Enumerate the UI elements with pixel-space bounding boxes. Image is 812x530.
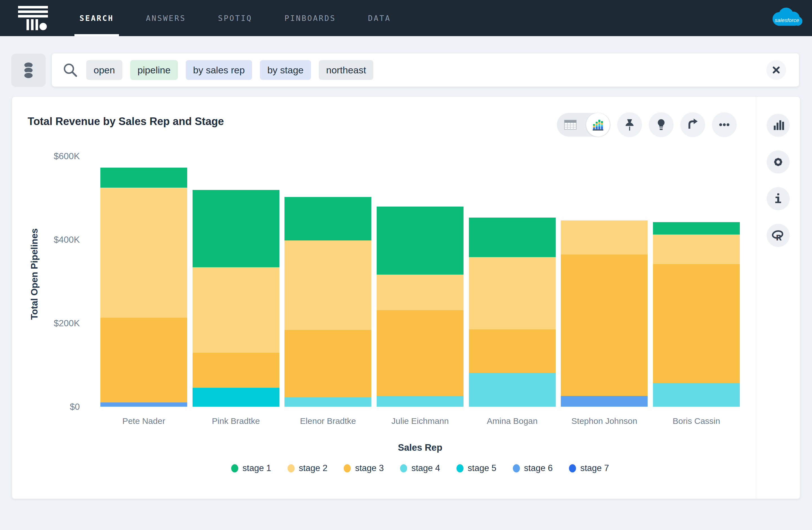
y-tick-label: $0 bbox=[12, 402, 80, 412]
r-analysis-button[interactable]: R bbox=[767, 224, 790, 247]
search-tokens: open pipeline by sales rep by stage nort… bbox=[86, 60, 373, 80]
legend-dot bbox=[513, 464, 520, 472]
stacked-chart-icon bbox=[590, 117, 606, 132]
thoughtspot-logo-icon bbox=[18, 6, 48, 30]
lightbulb-icon bbox=[654, 117, 668, 132]
search-token-by-stage[interactable]: by stage bbox=[260, 60, 311, 80]
gear-icon bbox=[771, 155, 785, 169]
bar-segment-stage-3-1[interactable] bbox=[100, 318, 187, 402]
thoughtspot-logo[interactable] bbox=[18, 6, 48, 30]
search-token-pipeline[interactable]: pipeline bbox=[130, 60, 178, 80]
x-category-label: Pete Nader bbox=[122, 416, 165, 426]
legend-label: stage 1 bbox=[243, 463, 271, 473]
table-icon bbox=[563, 117, 578, 132]
chart-type-button[interactable] bbox=[767, 114, 790, 137]
bar-segment-stage-4-3[interactable] bbox=[285, 398, 371, 407]
table-view-button[interactable] bbox=[557, 113, 584, 137]
legend-dot bbox=[344, 464, 351, 472]
stacked-bar-plot bbox=[100, 156, 740, 407]
bar-segment-stage-2-4[interactable] bbox=[377, 275, 464, 310]
nav-item-search[interactable]: SEARCH bbox=[76, 0, 117, 36]
settings-button[interactable] bbox=[767, 150, 790, 173]
search-token-by-sales-rep[interactable]: by sales rep bbox=[186, 60, 252, 80]
x-category-label: Stephon Johnson bbox=[571, 416, 637, 426]
bar-segment-stage-2-6[interactable] bbox=[561, 220, 648, 254]
bar-segment-stage-1-3[interactable] bbox=[285, 197, 371, 240]
bar-segment-stage-2-7[interactable] bbox=[653, 235, 740, 264]
x-category-label: Boris Cassin bbox=[673, 416, 720, 426]
nav-item-spotiq[interactable]: SPOTIQ bbox=[215, 0, 256, 36]
x-category-label: Pink Bradtke bbox=[212, 416, 260, 426]
answer-toolbar bbox=[557, 112, 737, 137]
bar-segment-stage-2-3[interactable] bbox=[285, 240, 371, 330]
bar-segment-stage-2-5[interactable] bbox=[469, 257, 556, 329]
nav-item-answers[interactable]: ANSWERS bbox=[143, 0, 189, 36]
share-arrow-icon bbox=[685, 117, 700, 132]
chart-legend: stage 1stage 2stage 3stage 4stage 5stage… bbox=[100, 463, 740, 473]
bar-segment-stage-1-4[interactable] bbox=[377, 207, 464, 275]
insights-button[interactable] bbox=[649, 112, 673, 137]
legend-item-stage-5[interactable]: stage 5 bbox=[456, 463, 496, 473]
bar-segment-stage-1-5[interactable] bbox=[469, 218, 556, 257]
legend-item-stage-6[interactable]: stage 6 bbox=[513, 463, 553, 473]
bar-chart-icon bbox=[771, 118, 785, 132]
bar-segment-stage-4-4[interactable] bbox=[377, 396, 464, 407]
chart-view-button[interactable] bbox=[586, 113, 610, 137]
svg-text:salesforce: salesforce bbox=[775, 17, 799, 23]
x-axis-title: Sales Rep bbox=[100, 442, 740, 453]
y-tick-label: $200K bbox=[12, 318, 80, 329]
search-icon bbox=[62, 62, 78, 78]
bar-segment-stage-3-5[interactable] bbox=[469, 329, 556, 373]
info-button[interactable] bbox=[767, 187, 790, 210]
bar-segment-stage-1-1[interactable] bbox=[100, 168, 187, 188]
bar-segment-stage-3-3[interactable] bbox=[285, 330, 371, 398]
legend-label: stage 6 bbox=[524, 463, 553, 473]
pin-button[interactable] bbox=[617, 112, 642, 137]
bar-segment-stage-6-1[interactable] bbox=[100, 402, 187, 407]
legend-dot bbox=[456, 464, 464, 472]
clear-search-button[interactable] bbox=[766, 60, 786, 80]
search-token-open[interactable]: open bbox=[86, 60, 122, 80]
legend-label: stage 5 bbox=[468, 463, 496, 473]
y-tick-label: $600K bbox=[12, 151, 80, 162]
bar-segment-stage-3-6[interactable] bbox=[561, 254, 648, 396]
legend-label: stage 3 bbox=[355, 463, 384, 473]
bar-segment-stage-4-5[interactable] bbox=[469, 373, 556, 407]
answer-card: Total Revenue by Sales Rep and Stage bbox=[12, 97, 800, 499]
legend-dot bbox=[288, 464, 295, 472]
search-bar[interactable]: open pipeline by sales rep by stage nort… bbox=[52, 53, 799, 87]
legend-item-stage-2[interactable]: stage 2 bbox=[288, 463, 328, 473]
bar-segment-stage-2-2[interactable] bbox=[192, 267, 279, 353]
nav-item-data[interactable]: DATA bbox=[365, 0, 394, 36]
bar-segment-stage-6-6[interactable] bbox=[561, 396, 648, 407]
legend-item-stage-1[interactable]: stage 1 bbox=[231, 463, 271, 473]
y-tick-label: $400K bbox=[12, 235, 80, 245]
nav-item-pinboards[interactable]: PINBOARDS bbox=[281, 0, 339, 36]
x-category-label: Amina Bogan bbox=[487, 416, 538, 426]
share-button[interactable] bbox=[680, 112, 705, 137]
legend-item-stage-4[interactable]: stage 4 bbox=[400, 463, 440, 473]
data-source-button[interactable] bbox=[11, 54, 46, 87]
view-toggle bbox=[557, 113, 610, 137]
legend-dot bbox=[231, 464, 238, 472]
data-source-stack-icon bbox=[21, 61, 36, 79]
top-nav: SEARCH ANSWERS SPOTIQ PINBOARDS DATA sal… bbox=[0, 0, 812, 36]
bar-segment-stage-3-2[interactable] bbox=[192, 353, 279, 388]
bar-segment-stage-3-7[interactable] bbox=[653, 264, 740, 383]
legend-item-stage-7[interactable]: stage 7 bbox=[569, 463, 609, 473]
legend-item-stage-3[interactable]: stage 3 bbox=[344, 463, 384, 473]
bar-segment-stage-1-2[interactable] bbox=[192, 190, 279, 267]
r-logo-icon: R bbox=[771, 228, 785, 242]
chart-tools-sidebar: R bbox=[756, 97, 800, 499]
pin-icon bbox=[622, 117, 637, 132]
bar-segment-stage-3-4[interactable] bbox=[377, 310, 464, 396]
bar-segment-stage-5-2[interactable] bbox=[192, 388, 279, 407]
ellipsis-icon bbox=[717, 117, 731, 132]
search-token-northeast[interactable]: northeast bbox=[319, 60, 374, 80]
bar-segment-stage-2-1[interactable] bbox=[100, 188, 187, 318]
x-category-label: Elenor Bradtke bbox=[300, 416, 356, 426]
bar-segment-stage-1-7[interactable] bbox=[653, 222, 740, 235]
legend-label: stage 4 bbox=[411, 463, 440, 473]
more-button[interactable] bbox=[712, 112, 737, 137]
bar-segment-stage-4-7[interactable] bbox=[653, 383, 740, 407]
